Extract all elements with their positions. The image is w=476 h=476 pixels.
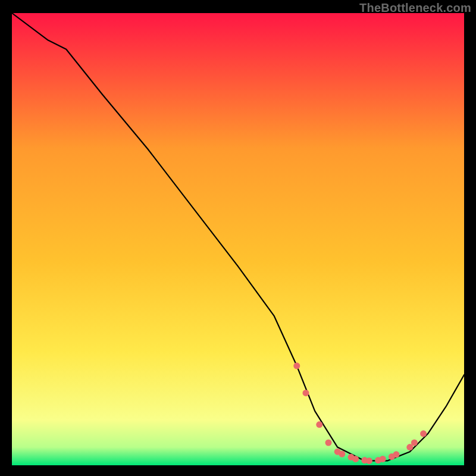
gradient-background [12,13,464,465]
highlight-dot [420,430,427,437]
chart-container: TheBottleneck.com [0,0,476,476]
highlight-dot [303,390,309,396]
highlight-dot [380,456,386,462]
highlight-dot [325,440,332,446]
chart-svg [12,13,464,465]
highlight-dot [352,456,359,462]
plot-area [12,13,464,465]
highlight-dot [393,451,400,458]
highlight-dot [411,440,418,446]
highlight-dot [316,421,322,428]
highlight-dot [293,362,300,369]
highlight-dot [366,458,372,464]
highlight-dot [339,451,345,458]
